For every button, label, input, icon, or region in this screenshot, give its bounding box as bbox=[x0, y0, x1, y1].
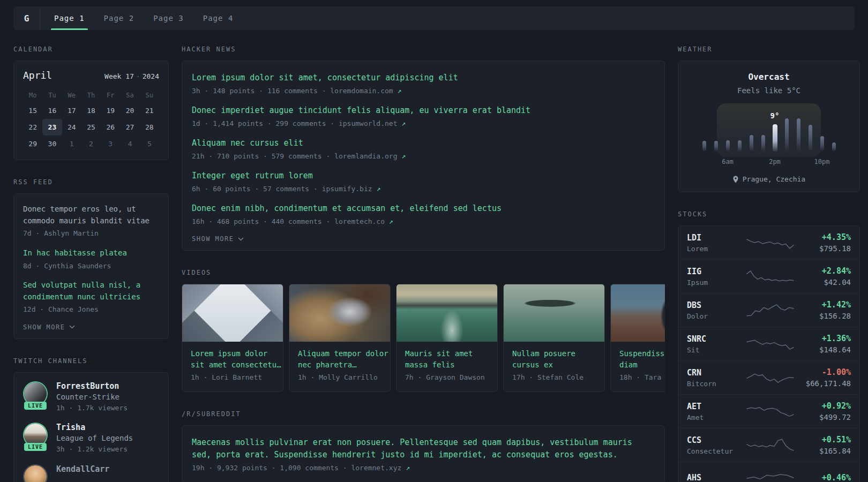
tab-page-3[interactable]: Page 3 bbox=[147, 6, 190, 30]
calendar-day[interactable]: 3 bbox=[101, 135, 120, 152]
stock-row[interactable]: CRNBitcorn-1.00%$66,171.48 bbox=[678, 360, 859, 394]
right-column: WEATHER Overcast Feels like 5°C 9° 6am2p… bbox=[678, 30, 860, 482]
video-title[interactable]: Aliquam tempor dolornec pharetra… bbox=[298, 348, 381, 371]
subreddit-post-title[interactable]: Maecenas mollis pulvinar erat non posuer… bbox=[192, 436, 655, 462]
calendar-day[interactable]: 17 bbox=[62, 102, 81, 119]
calendar-day[interactable]: 24 bbox=[62, 119, 81, 135]
hackernews-card: Lorem ipsum dolor sit amet, consectetur … bbox=[182, 61, 665, 251]
weather-feels-like: Feels like 5°C bbox=[688, 86, 850, 95]
rss-item-title[interactable]: In hac habitasse platea bbox=[23, 247, 159, 259]
rss-show-more-button[interactable]: SHOW MORE bbox=[23, 323, 159, 331]
stock-name: Sit bbox=[687, 346, 745, 354]
hackernews-item-title[interactable]: Integer eget rutrum lorem bbox=[192, 170, 655, 182]
stock-change: +2.84% bbox=[796, 266, 851, 276]
twitch-channel[interactable]: KendallCarr bbox=[23, 464, 159, 482]
video-caption: Nullam posuerecursus ex17h · Stefan Cole bbox=[504, 342, 604, 391]
external-link-icon[interactable]: ↗ bbox=[376, 185, 380, 193]
hackernews-item-title[interactable]: Aliquam nec cursus elit bbox=[192, 137, 655, 149]
calendar-day[interactable]: 21 bbox=[140, 102, 159, 119]
calendar-day[interactable]: 22 bbox=[23, 119, 42, 135]
twitch-channel[interactable]: LIVEForrestBurtonCounter-Strike1h · 1.7k… bbox=[23, 381, 159, 413]
weather-bar bbox=[820, 136, 824, 152]
calendar-day[interactable]: 1 bbox=[62, 135, 81, 152]
rss-item-title[interactable]: Donec tempor eros leo, ut commodo mauris… bbox=[23, 204, 159, 227]
external-link-icon[interactable]: ↗ bbox=[401, 119, 406, 127]
calendar-day[interactable]: 2 bbox=[81, 135, 101, 152]
stock-row[interactable]: CCSConsectetur+0.51%$165.84 bbox=[678, 428, 859, 462]
stock-row[interactable]: IIGIpsum+2.84%$42.04 bbox=[678, 259, 859, 293]
stock-info: LDILorem bbox=[687, 233, 745, 253]
hackernews-item: Integer eget rutrum lorem6h · 60 points … bbox=[192, 170, 655, 194]
hackernews-item-title[interactable]: Lorem ipsum dolor sit amet, consectetur … bbox=[192, 72, 655, 84]
weather-bar bbox=[726, 140, 730, 152]
stock-sparkline bbox=[745, 267, 796, 285]
calendar-day[interactable]: 25 bbox=[81, 119, 101, 135]
calendar-day[interactable]: 20 bbox=[120, 102, 139, 119]
video-card[interactable]: Nullam posuerecursus ex17h · Stefan Cole bbox=[503, 284, 605, 392]
weather-bar bbox=[797, 118, 800, 152]
twitch-channel[interactable]: LIVETrishaLeague of Legends3h · 1.2k vie… bbox=[23, 423, 159, 455]
stock-row[interactable]: SNRCSit+1.36%$148.64 bbox=[678, 327, 859, 360]
external-link-icon[interactable]: ↗ bbox=[389, 217, 393, 225]
external-link-icon[interactable]: ↗ bbox=[401, 152, 406, 160]
stock-row[interactable]: LDILorem+4.35%$795.18 bbox=[678, 226, 859, 259]
subreddit-card: Maecenas mollis pulvinar erat non posuer… bbox=[182, 425, 665, 482]
video-card[interactable]: Aliquam tempor dolornec pharetra…1h · Mo… bbox=[289, 284, 391, 392]
stock-row[interactable]: AHS+0.46% bbox=[678, 462, 859, 482]
hackernews-item-title[interactable]: Donec imperdiet augue tincidunt felis al… bbox=[192, 104, 655, 117]
calendar-day[interactable]: 27 bbox=[120, 119, 139, 135]
twitch-section: TWITCH CHANNELS LIVEForrestBurtonCounter… bbox=[13, 357, 169, 482]
video-meta: 17h · Stefan Cole bbox=[512, 372, 596, 383]
weather-bar bbox=[750, 135, 753, 152]
channel-meta: 1h · 1.7k viewers bbox=[56, 403, 128, 413]
channel-game: League of Legends bbox=[56, 434, 133, 442]
channel-name[interactable]: KendallCarr bbox=[56, 464, 109, 474]
stocks-card: LDILorem+4.35%$795.18IIGIpsum+2.84%$42.0… bbox=[678, 225, 860, 482]
app-logo[interactable]: G bbox=[13, 6, 40, 30]
video-title-line: Suspendisse bbox=[619, 348, 665, 359]
video-title[interactable]: Nullam posuerecursus ex bbox=[512, 348, 596, 371]
video-card[interactable]: Suspendissediam18h · Tara bbox=[610, 284, 665, 392]
video-card[interactable]: Lorem ipsum dolorsit amet consectetu…1h … bbox=[182, 284, 283, 392]
hackernews-show-more-button[interactable]: SHOW MORE bbox=[192, 235, 655, 243]
external-link-icon[interactable]: ↗ bbox=[398, 87, 402, 95]
video-title[interactable]: Lorem ipsum dolorsit amet consectetu… bbox=[191, 348, 274, 371]
channel-name[interactable]: Trisha bbox=[56, 423, 133, 432]
video-card[interactable]: Mauris sit ametmassa felis7h · Grayson D… bbox=[396, 284, 498, 392]
video-title[interactable]: Suspendissediam bbox=[619, 348, 665, 371]
stock-row[interactable]: AETAmet+0.92%$499.72 bbox=[678, 394, 859, 428]
tab-page-2[interactable]: Page 2 bbox=[98, 6, 141, 30]
rss-item-title[interactable]: Sed volutpat nulla nisl, a condimentum n… bbox=[23, 280, 159, 303]
calendar-day[interactable]: 28 bbox=[140, 119, 159, 135]
video-title[interactable]: Mauris sit ametmassa felis bbox=[405, 348, 489, 371]
stock-values: +0.51%$165.84 bbox=[796, 435, 851, 455]
calendar-day[interactable]: 16 bbox=[42, 102, 62, 119]
tab-page-1[interactable]: Page 1 bbox=[48, 6, 91, 30]
video-caption: Mauris sit ametmassa felis7h · Grayson D… bbox=[396, 342, 497, 391]
hackernews-item-title[interactable]: Donec enim nibh, condimentum et accumsan… bbox=[192, 202, 655, 215]
calendar-day[interactable]: 4 bbox=[120, 135, 139, 152]
calendar-day[interactable]: 30 bbox=[42, 135, 62, 152]
video-title-line: cursus ex bbox=[512, 359, 596, 371]
stock-change: -1.00% bbox=[796, 367, 851, 377]
calendar-day[interactable]: 19 bbox=[101, 102, 120, 119]
stock-name: Ipsum bbox=[687, 278, 745, 287]
video-caption: Lorem ipsum dolorsit amet consectetu…1h … bbox=[182, 342, 283, 391]
calendar-day[interactable]: 23 bbox=[42, 119, 62, 135]
external-link-icon[interactable]: ↗ bbox=[406, 464, 410, 472]
calendar-day[interactable]: 29 bbox=[23, 135, 42, 152]
calendar-day[interactable]: 15 bbox=[23, 102, 42, 119]
channel-name[interactable]: ForrestBurton bbox=[56, 381, 128, 391]
hackernews-item-meta: 1d · 1,414 points · 299 comments · ipsum… bbox=[192, 118, 655, 129]
calendar-day[interactable]: 18 bbox=[81, 102, 101, 119]
calendar-day[interactable]: 5 bbox=[140, 135, 159, 152]
video-meta: 18h · Tara bbox=[619, 372, 665, 383]
weather-bar bbox=[832, 142, 836, 152]
stock-symbol: DBS bbox=[687, 300, 745, 310]
channel-info: KendallCarr bbox=[56, 464, 109, 482]
calendar-day[interactable]: 26 bbox=[101, 119, 120, 135]
video-title-line: massa felis bbox=[405, 359, 489, 371]
stock-row[interactable]: DBSDolor+1.42%$156.28 bbox=[678, 293, 859, 327]
stock-price: $156.28 bbox=[796, 312, 851, 320]
tab-page-4[interactable]: Page 4 bbox=[197, 6, 240, 30]
